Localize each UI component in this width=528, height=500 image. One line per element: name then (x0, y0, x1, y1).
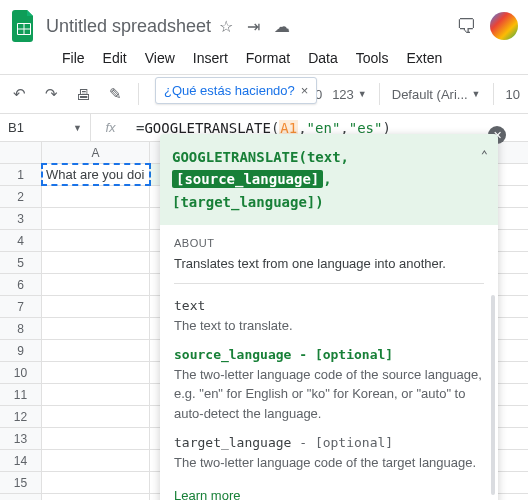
row-header[interactable]: 1 (0, 164, 42, 185)
comments-icon[interactable]: 🗨 (456, 15, 476, 38)
row-header[interactable]: 7 (0, 296, 42, 317)
star-icon[interactable]: ☆ (219, 17, 233, 36)
col-header-a[interactable]: A (42, 142, 150, 163)
avatar[interactable] (490, 12, 518, 40)
row-header[interactable]: 8 (0, 318, 42, 339)
row-header[interactable]: 11 (0, 384, 42, 405)
cell[interactable] (42, 428, 150, 449)
font-size[interactable]: 10 (506, 87, 520, 102)
row-header[interactable]: 14 (0, 450, 42, 471)
learn-more-link[interactable]: Learn more (174, 486, 240, 500)
close-icon[interactable]: × (301, 83, 309, 98)
fx-label: fx (90, 114, 130, 141)
redo-icon[interactable]: ↷ (40, 83, 62, 105)
row-header[interactable]: 9 (0, 340, 42, 361)
undo-icon[interactable]: ↶ (8, 83, 30, 105)
formula-help-popup: ✕ GOOGLETRANSLATE(text, [source_language… (160, 134, 498, 500)
row-header[interactable]: 6 (0, 274, 42, 295)
chevron-up-icon[interactable]: ⌃ (481, 146, 488, 165)
scrollbar[interactable] (491, 295, 495, 495)
cell[interactable] (42, 208, 150, 229)
row-header[interactable]: 10 (0, 362, 42, 383)
print-icon[interactable]: 🖶 (72, 83, 94, 105)
row-header[interactable]: 12 (0, 406, 42, 427)
param-optional: - [optional] (291, 347, 393, 362)
menu-tools[interactable]: Tools (356, 50, 389, 66)
cell[interactable] (42, 362, 150, 383)
row-header[interactable]: 2 (0, 186, 42, 207)
cell[interactable] (42, 450, 150, 471)
menu-data[interactable]: Data (308, 50, 338, 66)
param-name: source_language (174, 347, 291, 362)
move-icon[interactable]: ⇥ (247, 17, 260, 36)
sheets-logo[interactable] (10, 8, 38, 44)
row-header[interactable]: 4 (0, 230, 42, 251)
param-block: textThe text to translate. (174, 296, 484, 335)
param-name: text (174, 298, 205, 313)
about-heading: ABOUT (174, 235, 484, 252)
select-all-corner[interactable] (0, 142, 42, 163)
param-optional: - [optional] (291, 435, 393, 450)
row-header[interactable]: 13 (0, 428, 42, 449)
doc-title[interactable]: Untitled spreadsheet (46, 16, 211, 37)
param-desc: The text to translate. (174, 316, 484, 336)
cell[interactable] (42, 274, 150, 295)
cell[interactable] (42, 186, 150, 207)
cell[interactable] (42, 296, 150, 317)
param-block: target_language - [optional]The two-lett… (174, 433, 484, 472)
paint-format-icon[interactable]: ✎ (104, 83, 126, 105)
cell[interactable] (42, 230, 150, 251)
svg-rect-4 (25, 30, 31, 35)
menu-view[interactable]: View (145, 50, 175, 66)
preview-text: ¿Qué estás haciendo? (164, 83, 295, 98)
cell[interactable]: What are you doi (42, 164, 150, 185)
chevron-down-icon: ▼ (472, 89, 481, 99)
menu-edit[interactable]: Edit (103, 50, 127, 66)
svg-rect-3 (18, 30, 24, 35)
menu-format[interactable]: Format (246, 50, 290, 66)
cloud-icon[interactable]: ☁ (274, 17, 290, 36)
chevron-down-icon: ▼ (73, 123, 82, 133)
row-header[interactable]: 15 (0, 472, 42, 493)
row-header[interactable]: 16 (0, 494, 42, 500)
param-name: target_language (174, 435, 291, 450)
menu-insert[interactable]: Insert (193, 50, 228, 66)
number-format-menu[interactable]: 123 (332, 87, 354, 102)
param-block: source_language - [optional]The two-lett… (174, 345, 484, 423)
chevron-down-icon: ▼ (358, 89, 367, 99)
cell[interactable] (42, 340, 150, 361)
cell[interactable] (42, 406, 150, 427)
name-box[interactable]: B1 ▼ (0, 114, 90, 141)
cell[interactable] (42, 472, 150, 493)
menu-file[interactable]: File (62, 50, 85, 66)
param-desc: The two-letter language code of the sour… (174, 365, 484, 424)
menu-extensions[interactable]: Exten (406, 50, 442, 66)
cell[interactable] (42, 318, 150, 339)
cell[interactable] (42, 252, 150, 273)
name-box-value: B1 (8, 120, 24, 135)
divider (174, 283, 484, 284)
row-header[interactable]: 3 (0, 208, 42, 229)
formula-preview-tooltip: ¿Qué estás haciendo? × (155, 77, 317, 104)
about-text: Translates text from one language into a… (174, 254, 484, 274)
svg-rect-1 (18, 24, 24, 29)
cell[interactable] (42, 384, 150, 405)
font-select[interactable]: Default (Ari... (392, 87, 468, 102)
cell[interactable] (42, 494, 150, 500)
help-signature: GOOGLETRANSLATE(text, [source_language],… (160, 134, 498, 225)
svg-rect-2 (25, 24, 31, 29)
row-header[interactable]: 5 (0, 252, 42, 273)
param-desc: The two-letter language code of the targ… (174, 453, 484, 473)
